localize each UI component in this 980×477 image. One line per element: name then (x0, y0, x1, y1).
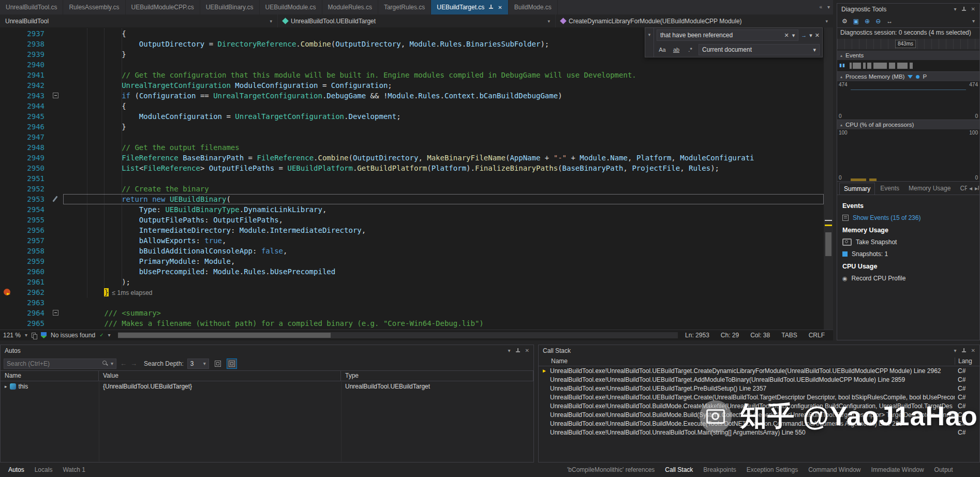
code-line[interactable]: 2948 // Get the output filenames (0, 142, 824, 153)
call-stack-frame[interactable]: ►UnrealBuildTool.exe!UnrealBuildTool.UEB… (539, 366, 979, 375)
pin-values-icon[interactable] (213, 359, 223, 369)
find-input[interactable]: that have been referenced ✕ ▾ (657, 29, 798, 41)
tab-scroll-right-icon[interactable]: ▸ (975, 185, 978, 192)
code-editor[interactable]: 2937 {2938 OutputDirectory = DirectoryRe… (0, 27, 833, 330)
column-separator[interactable] (99, 380, 99, 461)
zoom-chevron-icon[interactable]: ▾ (25, 333, 27, 338)
code-line[interactable]: 2956 IntermediateDirectory: Module.Inter… (0, 225, 824, 235)
code-line[interactable]: 2959 PrimaryModule: Module, (0, 256, 824, 266)
search-depth-dropdown[interactable]: 3 ▾ (187, 359, 209, 369)
pin-icon[interactable] (515, 348, 521, 354)
health-status[interactable]: No issues found (51, 332, 95, 339)
scrollbar-thumb[interactable] (825, 232, 831, 256)
code-line[interactable]: 2949 FileReference BaseBinaryPath = File… (0, 153, 824, 163)
cpu-graph[interactable]: 100 100 0 0 (837, 129, 979, 182)
memory-graph[interactable]: 474 474 0 0 (837, 81, 979, 120)
window-menu-icon[interactable]: ▾ (954, 7, 957, 12)
search-scope-dropdown[interactable]: Current document ▾ (699, 44, 820, 55)
timeline-ruler[interactable]: 843ms (837, 39, 979, 49)
regex-toggle[interactable]: .* (685, 44, 696, 55)
code-line[interactable]: 2943 if (Configuration == UnrealTargetCo… (0, 91, 824, 101)
code-line[interactable]: 2947 (0, 132, 824, 142)
find-options-chevron-icon[interactable]: ▾ (809, 32, 812, 39)
column-header[interactable]: Name (1, 371, 99, 381)
close-icon[interactable]: ✕ (525, 348, 529, 353)
code-line[interactable]: 2950 List<FileReference> OutputFilePaths… (0, 163, 824, 173)
scrollbar-thumb[interactable] (118, 333, 331, 338)
document-tab[interactable]: RulesAssembly.cs (63, 0, 125, 14)
column-separator[interactable] (341, 380, 341, 461)
document-tab[interactable]: BuildMode.cs (509, 0, 558, 14)
search-input[interactable]: Search (Ctrl+E) ▾ (4, 359, 116, 369)
tool-window-tab[interactable]: Watch 1 (57, 463, 91, 476)
health-chevron-icon[interactable]: ▾ (108, 333, 111, 338)
member-dropdown[interactable]: CreateDynamicLibraryForModule(UEBuildMod… (556, 14, 833, 27)
call-stack-frame[interactable]: UnrealBuildTool.exe!UnrealBuildTool.UEBu… (539, 375, 979, 384)
diagnostics-tab[interactable]: Summary (839, 183, 875, 195)
clear-icon[interactable]: ✕ (784, 32, 789, 39)
code-line[interactable]: 2952 // Create the binary (0, 184, 824, 194)
expand-arrow-icon[interactable]: ▸ (5, 384, 7, 389)
export-icon[interactable]: ▣ (853, 18, 859, 25)
code-line[interactable]: 2940 (0, 59, 824, 70)
show-events-link[interactable]: Show Events (15 of 236) (842, 214, 974, 221)
tool-window-tab[interactable]: Output (929, 463, 958, 476)
whole-word-toggle[interactable]: ab (671, 44, 682, 55)
code-line[interactable]: 2944 { (0, 101, 824, 111)
document-tab[interactable]: UEBuildBinary.cs (200, 0, 260, 14)
tab-scroll-left-icon[interactable]: ◂ (969, 185, 972, 192)
close-icon[interactable]: ✕ (971, 7, 975, 12)
document-tab[interactable]: ModuleRules.cs (322, 0, 378, 14)
horizontal-scrollbar[interactable] (118, 332, 678, 338)
zoom-out-icon[interactable]: ⊖ (875, 18, 881, 25)
events-timeline[interactable]: ▮▮ (837, 60, 979, 72)
collapse-region-icon[interactable] (53, 93, 58, 98)
zoom-in-icon[interactable]: ⊕ (865, 18, 870, 25)
type-dropdown[interactable]: UnrealBuildTool.UEBuildTarget ▾ (278, 14, 556, 27)
reset-view-icon[interactable]: ↔ (886, 18, 893, 25)
cpu-section-header[interactable]: ▴ CPU (% of all processors) (837, 120, 979, 129)
code-line[interactable]: 2963 (0, 297, 824, 308)
code-line[interactable]: 2945 ModuleConfiguration = UnrealTargetC… (0, 111, 824, 122)
vertical-scrollbar[interactable] (824, 27, 833, 330)
record-cpu-button[interactable]: ◉ Record CPU Profile (842, 275, 974, 282)
column-header[interactable]: Value (99, 371, 341, 381)
code-line[interactable]: 2953 return new UEBuildBinary( (0, 194, 824, 204)
document-tab[interactable]: UnrealBuildTool.cs (0, 0, 63, 14)
search-chevron-icon[interactable]: ▾ (111, 361, 113, 366)
project-dropdown[interactable]: UnrealBuildTool ▾ (0, 14, 278, 27)
call-stack-frame[interactable]: UnrealBuildTool.exe!UnrealBuildTool.UEBu… (539, 384, 979, 393)
tool-window-tab[interactable]: Immediate Window (866, 463, 929, 476)
collapse-region-icon[interactable] (53, 310, 58, 316)
code-line[interactable]: 2955 OutputFilePaths: OutputFilePaths, (0, 215, 824, 225)
quick-actions-icon[interactable] (52, 196, 57, 202)
column-header[interactable]: Name (539, 357, 955, 365)
code-line[interactable]: 2957 bAllowExports: true, (0, 235, 824, 246)
pin-icon[interactable] (961, 348, 967, 354)
hex-display-icon[interactable] (227, 359, 237, 369)
pin-icon[interactable] (961, 7, 967, 12)
search-back-icon[interactable]: ← (120, 360, 127, 367)
close-icon[interactable]: ✕ (498, 5, 502, 10)
expand-replace-icon[interactable]: ▾ (645, 28, 654, 57)
match-case-toggle[interactable]: Aa (657, 44, 668, 55)
document-tab[interactable]: UEBuildModule.cs (260, 0, 322, 14)
code-analysis-shield-icon[interactable] (41, 332, 47, 338)
settings-gear-icon[interactable]: ⚙ (842, 18, 848, 25)
code-line[interactable]: 2941 // Get the configuration that this … (0, 70, 824, 80)
take-snapshot-button[interactable]: Take Snapshot (842, 238, 974, 246)
tool-window-tab[interactable]: Call Stack (660, 463, 698, 476)
code-line[interactable]: ►2962 } ≤ 1ms elapsed (0, 287, 824, 297)
code-line[interactable]: 2965 /// Makes a filename (without path)… (0, 318, 824, 329)
code-line[interactable]: 2958 bBuildAdditionalConsoleApp: false, (0, 246, 824, 256)
compare-documents-icon[interactable] (32, 333, 37, 338)
diagnostics-tab[interactable]: Memory Usage (904, 183, 955, 195)
code-line[interactable]: 2964 /// <summary> (0, 308, 824, 318)
diagnostics-tab[interactable]: Events (876, 183, 903, 195)
code-line[interactable]: 2961 ); (0, 277, 824, 287)
zoom-level[interactable]: 121 % (3, 332, 21, 339)
code-line[interactable]: 2954 Type: UEBuildBinaryType.DynamicLink… (0, 204, 824, 215)
toolbar-overflow-icon[interactable]: ▾ (972, 19, 975, 24)
tool-window-tab[interactable]: Locals (29, 463, 58, 476)
document-list-icon[interactable]: ▾ (827, 5, 830, 10)
